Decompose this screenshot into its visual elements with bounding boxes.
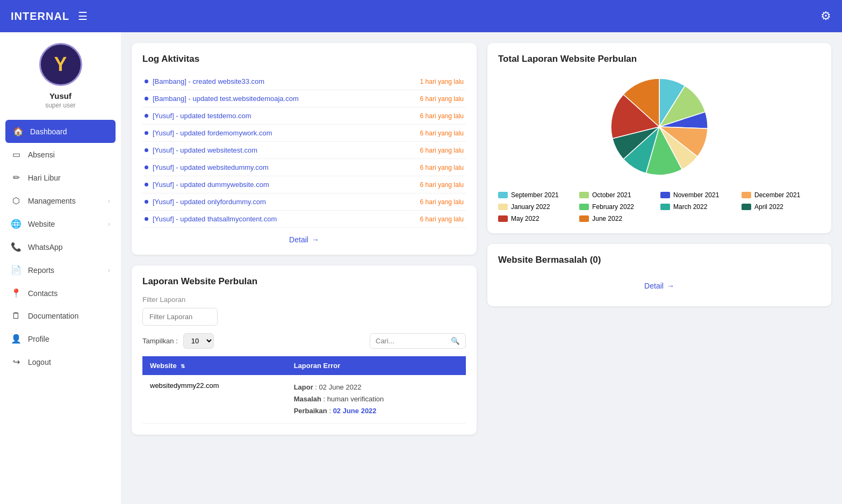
documentation-icon: 🗒 (11, 311, 21, 321)
legend-color (579, 215, 589, 222)
legend-item: April 2022 (742, 203, 821, 211)
log-item: [Yusuf] - updated onlyfordummy.com 6 har… (142, 193, 466, 211)
legend-label: May 2022 (511, 215, 539, 222)
legend-label: March 2022 (673, 203, 707, 211)
sidebar-item-dashboard[interactable]: 🏠 Dashboard (5, 120, 116, 143)
sidebar-item-label: Website (28, 220, 55, 228)
chevron-right-icon: › (108, 220, 110, 228)
sidebar-item-contacts[interactable]: 📍 Contacts (0, 282, 121, 305)
search-button[interactable]: 🔍 (445, 334, 465, 348)
laporan-title: Laporan Website Perbulan (142, 276, 466, 287)
sidebar-item-website[interactable]: 🌐 Website › (0, 212, 121, 235)
tampilkan-label: Tampilkan : (142, 337, 178, 345)
legend-color (660, 204, 670, 210)
log-dot (145, 183, 148, 186)
topnav: INTERNAL ☰ ⚙ (0, 0, 842, 32)
settings-icon[interactable]: ⚙ (821, 9, 831, 23)
log-aktivitas-card: Log Aktivitas [Bambang] - created websit… (132, 43, 477, 255)
filter-label: Filter Laporan (142, 296, 466, 304)
content-right: Total Laporan Website Perbulan September… (487, 43, 831, 493)
sidebar-item-label: Reports (28, 266, 54, 275)
sidebar-item-profile[interactable]: 👤 Profile (0, 327, 121, 350)
content-area: Log Aktivitas [Bambang] - created websit… (121, 32, 842, 504)
website-cell: websitedymmy22.com (142, 375, 286, 424)
sidebar-item-hari-libur[interactable]: ✏ Hari Libur (0, 166, 121, 189)
app-title: INTERNAL (11, 10, 69, 23)
log-text: [Yusuf] - updated dummywebsite.com (153, 181, 269, 189)
sidebar-item-reports[interactable]: 📄 Reports › (0, 258, 121, 282)
menu-icon[interactable]: ☰ (78, 10, 88, 23)
sidebar-item-label: WhatsApp (28, 243, 63, 251)
legend-item: May 2022 (498, 215, 577, 222)
legend-label: April 2022 (754, 203, 783, 211)
sidebar-item-logout[interactable]: ↪ Logout (0, 350, 121, 373)
reports-icon: 📄 (11, 265, 21, 275)
legend-color (742, 192, 751, 198)
log-text: [Yusuf] - updated testdemo.com (153, 112, 251, 120)
sidebar-item-absensi[interactable]: ▭ Absensi (0, 143, 121, 166)
log-dot (145, 148, 148, 152)
log-dot (145, 114, 148, 118)
log-time: 6 hari yang lalu (420, 181, 464, 189)
sidebar-item-whatsapp[interactable]: 📞 WhatsApp (0, 235, 121, 258)
search-input[interactable] (370, 334, 445, 348)
search-wrap: 🔍 (370, 333, 466, 349)
legend-label: January 2022 (511, 203, 550, 211)
sidebar-item-managements[interactable]: ⬡ Managements › (0, 189, 121, 212)
contacts-icon: 📍 (11, 288, 21, 298)
log-aktivitas-title: Log Aktivitas (142, 54, 466, 64)
sidebar-item-documentation[interactable]: 🗒 Documentation (0, 305, 121, 327)
legend-color (498, 204, 508, 210)
pie-chart-card: Total Laporan Website Perbulan September… (487, 43, 831, 233)
tampilkan-select[interactable]: 10 25 50 (183, 333, 214, 349)
arrow-right-icon: → (667, 282, 674, 290)
log-dot (145, 80, 148, 83)
log-time: 6 hari yang lalu (420, 215, 464, 223)
log-text: [Bambang] - created website33.com (153, 77, 264, 85)
log-text: [Yusuf] - updated websitetest.com (153, 146, 257, 154)
log-item: [Bambang] - created website33.com 1 hari… (142, 73, 466, 90)
bermasalah-detail-link[interactable]: Detail → (498, 282, 821, 290)
legend-item: March 2022 (660, 203, 739, 211)
sidebar-item-label: Logout (28, 358, 51, 366)
log-text: [Yusuf] - updated fordemomywork.com (153, 129, 272, 137)
legend-label: February 2022 (592, 203, 634, 211)
harilubur-icon: ✏ (11, 172, 21, 183)
log-item: [Yusuf] - updated testdemo.com 6 hari ya… (142, 107, 466, 125)
legend-color (660, 192, 670, 198)
profile-icon: 👤 (11, 334, 21, 344)
website-bermasalah-card: Website Bermasalah (0) Detail → (487, 244, 831, 306)
sidebar-profile: Y Yusuf super user (0, 43, 121, 109)
website-icon: 🌐 (11, 219, 21, 229)
pie-container (498, 73, 821, 181)
legend-color (498, 215, 508, 222)
content-left: Log Aktivitas [Bambang] - created websit… (132, 43, 477, 493)
log-time: 6 hari yang lalu (420, 95, 464, 103)
log-detail-link[interactable]: Detail → (142, 235, 466, 244)
legend-color (742, 204, 751, 210)
log-time: 6 hari yang lalu (420, 129, 464, 137)
sidebar-nav: 🏠 Dashboard ▭ Absensi ✏ Hari Libur ⬡ Man… (0, 120, 121, 373)
legend-label: September 2021 (511, 191, 559, 199)
legend-item: December 2021 (742, 191, 821, 199)
log-text: [Yusuf] - updated onlyfordummy.com (153, 198, 266, 206)
pie-legend: September 2021 October 2021 November 202… (498, 191, 821, 222)
log-time: 6 hari yang lalu (420, 147, 464, 154)
legend-color (579, 204, 589, 210)
legend-item: September 2021 (498, 191, 577, 199)
log-item: [Bambang] - updated test.websitedemoaja.… (142, 90, 466, 107)
log-dot (145, 165, 148, 169)
log-dot (145, 200, 148, 204)
legend-item: February 2022 (579, 203, 658, 211)
legend-label: December 2021 (754, 191, 800, 199)
absensi-icon: ▭ (11, 149, 21, 160)
log-text: [Bambang] - updated test.websitedemoaja.… (153, 95, 299, 103)
filter-input[interactable] (142, 308, 218, 326)
legend-label: November 2021 (673, 191, 719, 199)
arrow-right-icon: → (312, 235, 319, 244)
legend-color (579, 192, 589, 198)
bermasalah-title: Website Bermasalah (0) (498, 255, 821, 265)
col-website[interactable]: Website ⇅ (142, 356, 286, 375)
legend-label: October 2021 (592, 191, 631, 199)
sidebar-role: super user (45, 102, 76, 109)
